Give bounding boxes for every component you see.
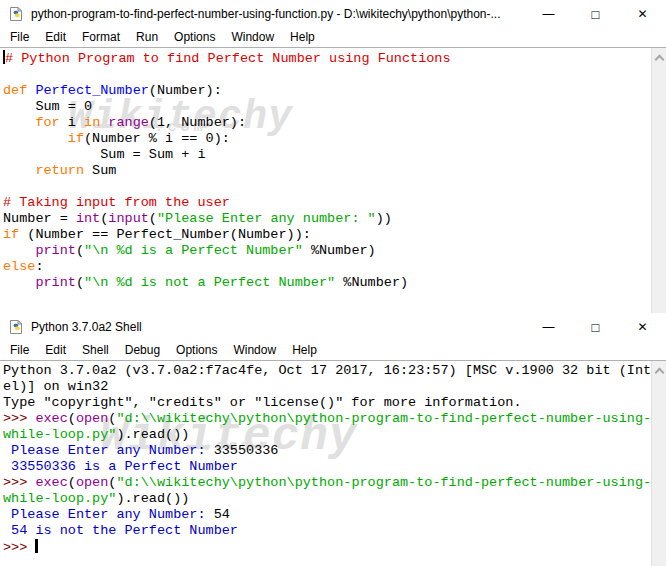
- scroll-up-icon[interactable]: [654, 55, 664, 65]
- menu-item-window[interactable]: Window: [223, 28, 282, 47]
- code-token: while-loop.py": [3, 491, 116, 506]
- code-line: if(Number % i == 0):: [3, 131, 649, 147]
- menu-item-shell[interactable]: Shell: [74, 341, 117, 360]
- code-token: [3, 115, 35, 130]
- code-token: (Number % i == 0):: [84, 131, 230, 146]
- code-token: int: [76, 211, 100, 226]
- code-line: if (Number == Perfect_Number(Number)):: [3, 227, 649, 243]
- code-line: Sum = Sum + i: [3, 147, 649, 163]
- code-token: "\n %d is not a Perfect Number": [84, 275, 335, 290]
- code-token: for: [35, 115, 59, 130]
- close-button[interactable]: ✕: [619, 313, 666, 341]
- code-line: # Taking input from the user: [3, 195, 649, 211]
- menu-item-run[interactable]: Run: [128, 28, 166, 47]
- code-token: Perfect_Number: [35, 83, 148, 98]
- code-token: 54 is not the Perfect Number: [3, 523, 238, 538]
- code-token: (: [68, 475, 76, 490]
- code-token: print: [35, 275, 76, 290]
- maximize-button[interactable]: □: [572, 313, 619, 341]
- shell-scrollbar[interactable]: [651, 361, 666, 566]
- code-token: range: [108, 115, 149, 130]
- menu-item-options[interactable]: Options: [168, 341, 225, 360]
- code-token: i: [60, 115, 84, 130]
- menu-item-debug[interactable]: Debug: [117, 341, 168, 360]
- shell-window: Python 3.7.0a2 Shell — □ ✕ FileEditShell…: [0, 313, 666, 566]
- editor-scrollbar[interactable]: [651, 48, 666, 313]
- code-line: [3, 67, 649, 83]
- code-token: # Taking input from the user: [3, 195, 230, 210]
- menu-item-options[interactable]: Options: [166, 28, 223, 47]
- code-line: print("\n %d is not a Perfect Number" %N…: [3, 275, 649, 291]
- code-token: exec: [35, 411, 67, 426]
- code-token: %Number): [303, 243, 376, 258]
- code-token: input: [108, 211, 149, 226]
- menu-item-help[interactable]: Help: [284, 341, 325, 360]
- code-line: return Sum: [3, 163, 649, 179]
- scroll-up-icon[interactable]: [654, 368, 664, 378]
- code-token: "\n %d is a Perfect Number": [84, 243, 303, 258]
- code-token: Please Enter any Number:: [3, 507, 214, 522]
- code-token: Python 3.7.0a2 (v3.7.0a2:f7ac4fe, Oct 17…: [3, 363, 651, 378]
- python-file-icon: [8, 319, 24, 335]
- code-token: # Python Program to find Perfect Number …: [5, 51, 451, 66]
- code-token: else: [3, 259, 35, 274]
- code-line: while-loop.py").read()): [3, 427, 649, 443]
- code-token: open: [76, 475, 108, 490]
- code-token: "d:\\wikitechy\python\python-program-to-…: [116, 475, 651, 490]
- code-line: while-loop.py").read()): [3, 491, 649, 507]
- code-token: 54: [214, 507, 230, 522]
- shell-window-controls: — □ ✕: [525, 313, 666, 341]
- code-line: else:: [3, 259, 649, 275]
- editor-menubar: FileEditFormatRunOptionsWindowHelp: [0, 28, 666, 47]
- editor-titlebar: python-program-to-find-perfect-number-us…: [0, 0, 666, 28]
- code-line: Please Enter any Number: 33550336: [3, 443, 649, 459]
- maximize-button[interactable]: □: [572, 0, 619, 28]
- code-token: Type "copyright", "credits" or "license(…: [3, 395, 521, 410]
- code-line: for i in range(1, Number):: [3, 115, 649, 131]
- menu-item-edit[interactable]: Edit: [37, 28, 74, 47]
- editor-text-area[interactable]: Wikitechy .com # Python Program to find …: [0, 47, 666, 313]
- code-token: [3, 131, 68, 146]
- code-token: Sum: [84, 163, 116, 178]
- close-button[interactable]: ✕: [619, 0, 666, 28]
- menu-item-edit[interactable]: Edit: [37, 341, 74, 360]
- code-token: :: [35, 259, 43, 274]
- python-file-icon: [8, 6, 24, 22]
- code-token: 33550336 is a Perfect Number: [3, 459, 238, 474]
- menu-item-file[interactable]: File: [2, 341, 37, 360]
- code-token: Please Enter any Number:: [3, 443, 214, 458]
- editor-window-title: python-program-to-find-perfect-number-us…: [31, 7, 501, 21]
- screen: python-program-to-find-perfect-number-us…: [0, 0, 666, 566]
- code-token: Sum = Sum + i: [3, 147, 206, 162]
- code-token: if: [68, 131, 84, 146]
- code-token: (1, Number):: [149, 115, 246, 130]
- code-line: Python 3.7.0a2 (v3.7.0a2:f7ac4fe, Oct 17…: [3, 363, 649, 379]
- code-token: while-loop.py": [3, 427, 116, 442]
- code-token: (: [68, 411, 76, 426]
- code-token: (: [76, 275, 84, 290]
- code-line: [3, 179, 649, 195]
- menu-item-file[interactable]: File: [2, 28, 37, 47]
- code-token: in: [84, 115, 100, 130]
- code-token: [3, 275, 35, 290]
- menu-item-help[interactable]: Help: [282, 28, 323, 47]
- code-token: ).read()): [116, 491, 189, 506]
- menu-item-window[interactable]: Window: [225, 341, 284, 360]
- shell-menubar: FileEditShellDebugOptionsWindowHelp: [0, 341, 666, 360]
- code-token: Number =: [3, 211, 76, 226]
- editor-window-controls: — □ ✕: [525, 0, 666, 28]
- code-token: (: [76, 243, 84, 258]
- shell-titlebar: Python 3.7.0a2 Shell — □ ✕: [0, 313, 666, 341]
- code-token: Sum = 0: [3, 99, 92, 114]
- minimize-button[interactable]: —: [525, 0, 572, 28]
- minimize-button[interactable]: —: [525, 313, 572, 341]
- code-token: (: [149, 211, 157, 226]
- code-token: if: [3, 227, 19, 242]
- code-line: el)] on win32: [3, 379, 649, 395]
- code-line: # Python Program to find Perfect Number …: [3, 50, 649, 67]
- menu-item-format[interactable]: Format: [74, 28, 128, 47]
- editor-window: python-program-to-find-perfect-number-us…: [0, 0, 666, 313]
- shell-text-area[interactable]: Wikitechy .com Python 3.7.0a2 (v3.7.0a2:…: [0, 360, 666, 566]
- code-line: Please Enter any Number: 54: [3, 507, 649, 523]
- code-line: print("\n %d is a Perfect Number" %Numbe…: [3, 243, 649, 259]
